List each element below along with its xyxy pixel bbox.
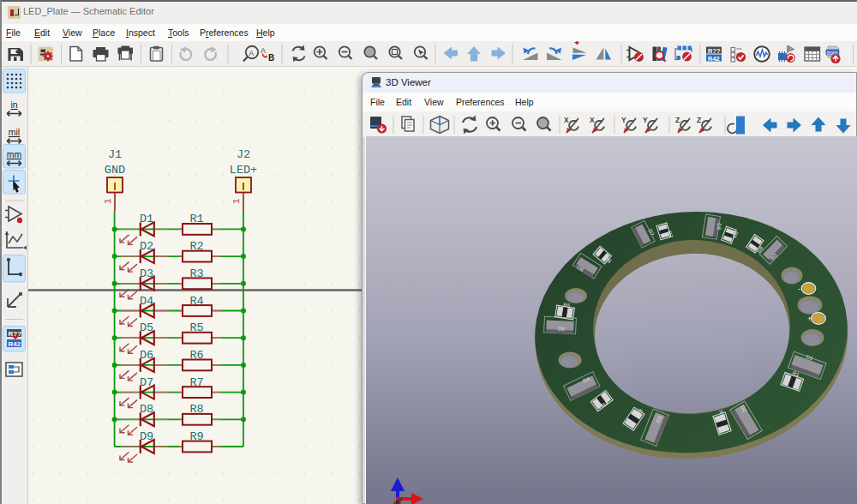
svg-text:Y: Y xyxy=(643,116,648,124)
svg-text:Z: Z xyxy=(697,116,701,124)
svg-text:R42: R42 xyxy=(9,340,21,348)
svg-text:R1: R1 xyxy=(189,213,203,225)
svg-text:R3: R3 xyxy=(189,267,203,280)
svg-text:1: 1 xyxy=(231,198,242,204)
svg-text:R42: R42 xyxy=(708,55,720,63)
svg-text:LED+: LED+ xyxy=(230,164,257,177)
svg-text:A: A xyxy=(261,46,266,55)
svg-text:R8: R8 xyxy=(189,403,203,416)
svg-text:R6: R6 xyxy=(189,349,203,362)
svg-text:R??: R?? xyxy=(708,47,721,55)
svg-text:D4: D4 xyxy=(140,295,153,308)
svg-text:D2: D2 xyxy=(140,240,153,253)
svg-text:D9: D9 xyxy=(140,430,153,443)
svg-text:Y: Y xyxy=(621,116,626,124)
svg-text:R5: R5 xyxy=(189,321,203,334)
svg-text:D3: D3 xyxy=(140,267,153,280)
svg-text:X: X xyxy=(564,116,569,124)
svg-text:B: B xyxy=(268,53,274,63)
svg-text:A: A xyxy=(249,49,254,57)
svg-text:+: + xyxy=(807,315,812,323)
svg-text:R4: R4 xyxy=(189,295,203,308)
svg-text:D5: D5 xyxy=(140,321,153,334)
svg-text:D7: D7 xyxy=(140,376,153,389)
svg-text:D1: D1 xyxy=(140,213,153,225)
svg-text:R9: R9 xyxy=(189,430,203,443)
svg-text:mil: mil xyxy=(9,127,20,137)
svg-text:X: X xyxy=(590,116,595,124)
svg-text:J1: J1 xyxy=(108,148,122,161)
svg-text:D6: D6 xyxy=(140,349,153,362)
svg-text:D8: D8 xyxy=(140,403,153,416)
svg-text:in: in xyxy=(10,99,17,110)
svg-text:mm: mm xyxy=(7,149,22,159)
svg-text:1: 1 xyxy=(103,198,113,204)
svg-text:D5: D5 xyxy=(558,326,566,332)
svg-text:Z: Z xyxy=(675,116,680,124)
svg-text:J2: J2 xyxy=(237,148,250,161)
svg-text:R7: R7 xyxy=(189,376,203,389)
svg-text:R2: R2 xyxy=(189,240,203,253)
svg-text:GND: GND xyxy=(105,164,125,177)
svg-text:-: - xyxy=(798,285,800,293)
